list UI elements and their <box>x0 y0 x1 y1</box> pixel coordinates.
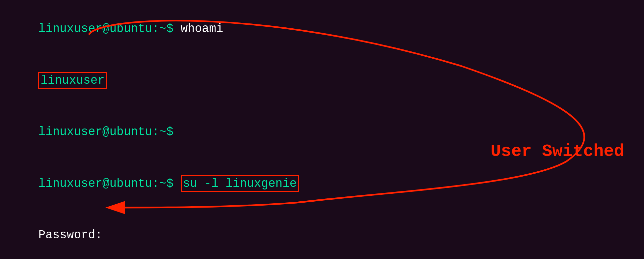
terminal-window: linuxuser@ubuntu:~$ whoami linuxuser lin… <box>0 0 644 259</box>
terminal-line-4: linuxuser@ubuntu:~$ su -l linuxgenie <box>10 158 634 210</box>
terminal-line-5: Password: <box>10 210 634 259</box>
output-password: Password: <box>38 228 102 242</box>
output-linuxuser: linuxuser <box>38 72 107 89</box>
user-switched-label: User Switched <box>491 142 624 161</box>
terminal-line-2: linuxuser <box>10 55 634 107</box>
cmd-1: whoami <box>174 22 223 36</box>
terminal-line-1: linuxuser@ubuntu:~$ whoami <box>10 3 634 55</box>
prompt-1: linuxuser@ubuntu:~$ <box>38 22 173 36</box>
cmd-su: su -l linuxgenie <box>181 175 299 192</box>
prompt-3: linuxuser@ubuntu:~$ <box>38 125 173 139</box>
prompt-4: linuxuser@ubuntu:~$ <box>38 177 180 190</box>
